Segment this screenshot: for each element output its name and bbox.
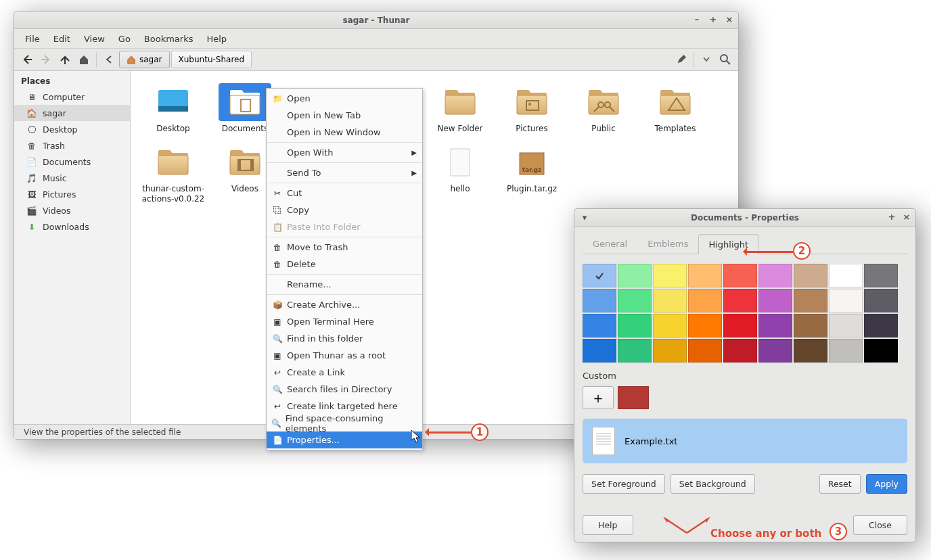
menu-help[interactable]: Help: [200, 31, 233, 47]
file-item[interactable]: hello: [424, 141, 496, 207]
color-swatch[interactable]: [618, 289, 652, 312]
color-swatch[interactable]: [794, 264, 827, 287]
color-swatch[interactable]: [758, 339, 792, 363]
tab-general[interactable]: General: [583, 233, 637, 254]
add-custom-color-button[interactable]: +: [583, 386, 614, 409]
context-menu-item[interactable]: Open With▶: [267, 144, 422, 161]
context-menu-item[interactable]: ✂Cut: [267, 185, 422, 202]
up-icon[interactable]: [56, 51, 74, 68]
context-menu-item[interactable]: 📄Properties...: [267, 431, 422, 448]
context-menu-item[interactable]: 🗑Move to Trash: [267, 239, 422, 256]
color-swatch[interactable]: [864, 339, 898, 363]
file-item[interactable]: New Folder: [424, 80, 496, 137]
edit-path-icon[interactable]: [673, 51, 690, 68]
color-swatch[interactable]: [653, 264, 687, 287]
color-swatch[interactable]: [618, 339, 652, 363]
color-swatch[interactable]: [653, 289, 687, 312]
set-foreground-button[interactable]: Set Foreground: [583, 474, 665, 494]
color-swatch[interactable]: [618, 314, 652, 337]
menu-bookmarks[interactable]: Bookmarks: [137, 31, 200, 47]
context-menu-item[interactable]: Send To▶: [267, 164, 422, 181]
color-swatch[interactable]: [794, 314, 827, 337]
color-swatch[interactable]: [794, 339, 827, 363]
color-swatch[interactable]: [829, 314, 863, 337]
search-icon[interactable]: [717, 51, 734, 68]
color-swatch[interactable]: [829, 264, 863, 287]
file-item[interactable]: thunar-custom-actions-v0.0.22: [137, 141, 209, 207]
maximize-icon[interactable]: +: [708, 14, 718, 24]
context-menu-item[interactable]: 📦Create Archive...: [267, 296, 422, 313]
color-swatch[interactable]: [864, 289, 898, 312]
color-swatch[interactable]: [758, 264, 792, 287]
color-swatch[interactable]: [583, 314, 616, 337]
forward-icon[interactable]: [37, 51, 55, 68]
color-swatch[interactable]: [723, 339, 757, 363]
back-icon[interactable]: [18, 51, 36, 68]
sidebar-item-desktop[interactable]: 🖵Desktop: [14, 121, 130, 137]
color-swatch[interactable]: [618, 264, 652, 287]
file-item[interactable]: Public: [568, 80, 639, 137]
home-icon[interactable]: [75, 51, 93, 68]
context-menu-item[interactable]: ↩Create link targeted here: [267, 398, 422, 415]
color-swatch[interactable]: [864, 314, 898, 337]
tab-emblems[interactable]: Emblems: [637, 233, 698, 254]
sidebar-item-trash[interactable]: 🗑Trash: [14, 137, 130, 154]
path-back-icon[interactable]: [100, 51, 118, 68]
color-swatch[interactable]: [723, 314, 757, 337]
set-background-button[interactable]: Set Background: [671, 474, 755, 494]
color-swatch[interactable]: [758, 289, 792, 312]
file-item[interactable]: Templates: [639, 80, 711, 137]
file-item[interactable]: Pictures: [496, 80, 568, 137]
color-swatch[interactable]: [829, 339, 863, 363]
color-swatch[interactable]: [688, 289, 722, 312]
sidebar-item-home[interactable]: 🏠sagar: [14, 105, 130, 121]
sidebar-item-pictures[interactable]: 🖼Pictures: [14, 186, 130, 202]
context-menu-item[interactable]: 🔍Find in this folder: [267, 330, 422, 347]
color-swatch[interactable]: [794, 289, 827, 312]
color-swatch[interactable]: [758, 314, 792, 337]
minimize-icon[interactable]: –: [692, 14, 702, 24]
menu-edit[interactable]: Edit: [47, 31, 77, 47]
dialog-menu-icon[interactable]: ▾: [580, 213, 589, 223]
context-menu-item[interactable]: 🔍Search files in Directory: [267, 381, 422, 398]
color-swatch[interactable]: [583, 289, 616, 312]
color-swatch[interactable]: [688, 339, 722, 363]
sidebar-item-computer[interactable]: 🖥Computer: [14, 89, 130, 105]
color-swatch[interactable]: [864, 264, 898, 287]
context-menu-item[interactable]: Open in New Window: [267, 124, 422, 141]
file-item[interactable]: Desktop: [137, 80, 209, 137]
color-swatch[interactable]: [723, 264, 757, 287]
context-menu-item[interactable]: Open in New Tab: [267, 107, 422, 124]
menu-view[interactable]: View: [77, 31, 112, 47]
breadcrumb-next[interactable]: Xubuntu-Shared: [171, 51, 252, 68]
reset-button[interactable]: Reset: [819, 474, 861, 494]
color-swatch[interactable]: [653, 314, 687, 337]
dropdown-icon[interactable]: [698, 51, 715, 68]
context-menu-item[interactable]: ↩Create a Link: [267, 364, 422, 381]
color-swatch[interactable]: [688, 314, 722, 337]
context-menu-item[interactable]: 🗑Delete: [267, 256, 422, 273]
context-menu-item[interactable]: ⿻Copy: [267, 202, 422, 218]
help-button[interactable]: Help: [583, 515, 633, 535]
breadcrumb-home[interactable]: sagar: [119, 51, 170, 68]
context-menu-item[interactable]: 🔍Find space-consuming elements: [267, 415, 422, 431]
color-swatch[interactable]: [653, 339, 687, 363]
sidebar-item-downloads[interactable]: ⬇Downloads: [14, 218, 130, 235]
apply-button[interactable]: Apply: [866, 474, 907, 494]
dialog-close-icon[interactable]: ×: [902, 212, 911, 221]
close-button[interactable]: Close: [853, 515, 907, 535]
sidebar-item-videos[interactable]: 🎬Videos: [14, 202, 130, 218]
close-icon[interactable]: ×: [725, 14, 734, 24]
file-item[interactable]: tar.gzPlugin.tar.gz: [496, 141, 568, 207]
color-swatch[interactable]: [723, 289, 757, 312]
menu-go[interactable]: Go: [112, 31, 137, 47]
menu-file[interactable]: File: [18, 31, 47, 47]
color-swatch[interactable]: [688, 264, 722, 287]
context-menu-item[interactable]: Rename...: [267, 276, 422, 293]
context-menu-item[interactable]: ▣Open Terminal Here: [267, 313, 422, 330]
color-swatch[interactable]: [583, 339, 616, 363]
color-swatch[interactable]: [583, 264, 616, 287]
sidebar-item-music[interactable]: 🎵Music: [14, 170, 130, 186]
dialog-add-icon[interactable]: +: [887, 212, 896, 221]
sidebar-item-documents[interactable]: 📄Documents: [14, 154, 130, 170]
